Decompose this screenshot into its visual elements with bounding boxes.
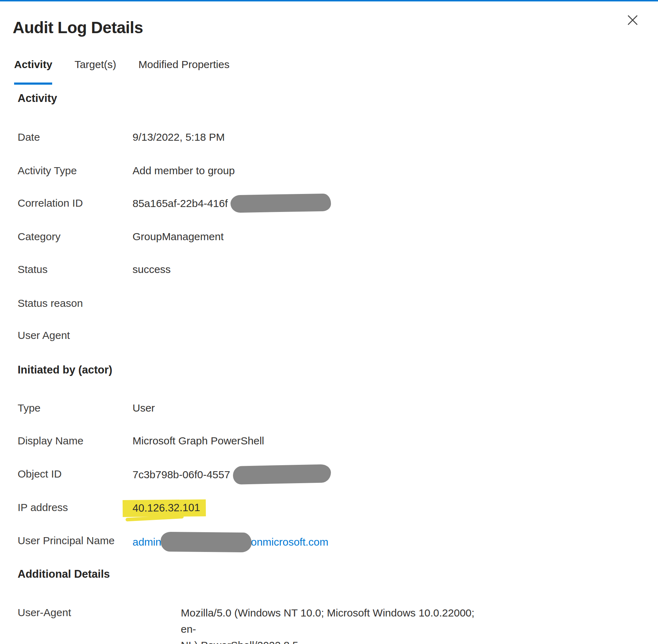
redaction-blob <box>160 532 252 553</box>
row-user-agent-full: User-Agent Mozilla/5.0 (Windows NT 10.0;… <box>18 605 645 644</box>
row-label: Date <box>18 129 133 145</box>
row-label: Status reason <box>18 296 133 311</box>
row-label: User-Agent <box>18 605 181 620</box>
row-date: Date 9/13/2022, 5:18 PM <box>18 129 645 145</box>
row-value: User <box>133 400 155 416</box>
ip-address-highlight: 40.126.32.101 <box>123 499 206 517</box>
upn-link-prefix[interactable]: admin <box>133 536 161 548</box>
upn-link-suffix[interactable]: onmicrosoft.com <box>251 536 328 548</box>
row-value: adminonmicrosoft.com <box>133 533 328 553</box>
user-agent-line2: NL) PowerShell/2022.8.5New-MgGroupMember… <box>181 637 487 644</box>
row-label: User Agent <box>18 328 133 343</box>
row-value: 7c3b798b-06f0-4557 <box>133 466 331 485</box>
row-status: Status success <box>18 262 645 277</box>
close-button[interactable] <box>627 14 639 26</box>
row-type: Type User <box>18 400 645 416</box>
audit-log-details-panel: Audit Log Details Activity Target(s) Mod… <box>0 0 658 644</box>
row-label: Category <box>18 229 133 244</box>
row-ip-address: IP address 40.126.32.101 <box>18 500 645 517</box>
row-label: Display Name <box>18 433 133 449</box>
row-category: Category GroupManagement <box>18 229 645 244</box>
correlation-id-visible-text: 85a165af-22b4-416f <box>133 198 228 209</box>
tab-modified-properties[interactable]: Modified Properties <box>139 57 229 85</box>
row-correlation-id: Correlation ID 85a165af-22b4-416f <box>18 195 645 213</box>
page-title: Audit Log Details <box>13 18 143 37</box>
row-user-principal-name: User Principal Name adminonmicrosoft.com <box>18 533 645 553</box>
row-value: Microsoft Graph PowerShell <box>133 433 264 449</box>
close-icon <box>627 15 638 25</box>
section-heading-activity: Activity <box>18 91 57 106</box>
tab-activity[interactable]: Activity <box>14 57 52 85</box>
row-user-agent-empty: User Agent <box>18 328 645 343</box>
row-label: Object ID <box>18 466 133 482</box>
redaction-blob <box>233 464 331 485</box>
redaction-blob <box>230 194 331 213</box>
row-value: 40.126.32.101 <box>133 500 206 517</box>
row-value: Add member to group <box>133 163 235 178</box>
row-label: Activity Type <box>18 163 133 178</box>
user-agent-line2-prefix: NL) PowerShell/2022.8.5 <box>181 639 299 644</box>
row-value: GroupManagement <box>133 229 224 244</box>
row-value: 9/13/2022, 5:18 PM <box>133 129 225 145</box>
row-value: 85a165af-22b4-416f <box>133 195 331 213</box>
row-label: IP address <box>18 500 133 515</box>
section-heading-initiated-by: Initiated by (actor) <box>18 362 112 378</box>
tab-bar: Activity Target(s) Modified Properties <box>14 57 229 85</box>
user-agent-line1: Mozilla/5.0 (Windows NT 10.0; Microsoft … <box>181 605 487 637</box>
row-status-reason: Status reason <box>18 296 645 311</box>
row-value: success <box>133 262 171 277</box>
section-heading-additional-details: Additional Details <box>18 566 110 582</box>
object-id-visible-text: 7c3b798b-06f0-4557 <box>133 469 230 480</box>
row-label: User Principal Name <box>18 533 133 548</box>
row-label: Status <box>18 262 133 277</box>
row-object-id: Object ID 7c3b798b-06f0-4557 <box>18 466 645 485</box>
row-label: Correlation ID <box>18 195 133 211</box>
row-activity-type: Activity Type Add member to group <box>18 163 645 178</box>
row-value: Mozilla/5.0 (Windows NT 10.0; Microsoft … <box>181 605 487 644</box>
row-label: Type <box>18 400 133 416</box>
row-display-name: Display Name Microsoft Graph PowerShell <box>18 433 645 449</box>
tab-targets[interactable]: Target(s) <box>74 57 116 85</box>
